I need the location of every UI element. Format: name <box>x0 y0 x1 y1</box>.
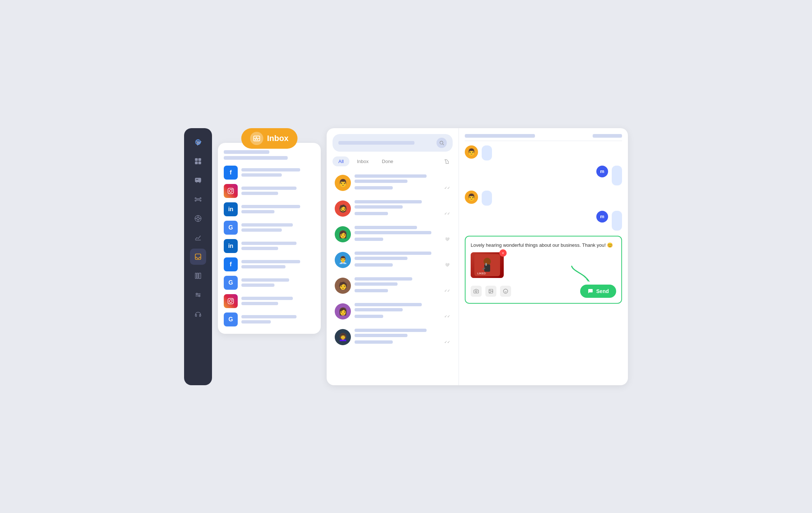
search-icon[interactable] <box>436 138 447 148</box>
main-panel: All Inbox Done 👨 <box>327 128 628 385</box>
avatar: 🧑 <box>335 278 351 294</box>
inbox-list: f <box>224 166 315 326</box>
svg-rect-34 <box>228 188 234 194</box>
integration-icon[interactable] <box>190 210 206 227</box>
avatar: 🧔 <box>335 200 351 217</box>
item-lines <box>241 223 315 232</box>
list-item[interactable] <box>224 294 315 308</box>
header-line-1 <box>224 150 269 154</box>
svg-rect-1 <box>195 158 198 161</box>
filter-tabs: All Inbox Done <box>333 156 453 167</box>
msg-avatar: 👨 <box>465 145 478 159</box>
image-icon[interactable] <box>485 286 496 297</box>
navigate-icon[interactable] <box>190 134 206 150</box>
list-item[interactable]: in <box>224 202 315 216</box>
svg-point-9 <box>195 198 196 199</box>
chat-header <box>465 134 622 141</box>
list-item[interactable]: f <box>224 166 315 180</box>
list-item[interactable]: G <box>224 276 315 290</box>
conv-item[interactable]: 👨‍💼 🤍 <box>333 249 453 271</box>
tab-all[interactable]: All <box>333 156 349 166</box>
google-icon-3: G <box>224 313 238 326</box>
dashboard-icon[interactable] <box>190 153 206 169</box>
list-item[interactable]: f <box>224 257 315 271</box>
linkedin-icon: in <box>224 202 238 216</box>
conv-meta: ✓✓ <box>355 288 450 294</box>
support-icon[interactable] <box>190 306 206 322</box>
msg-bubble <box>482 191 492 206</box>
reply-image-container: LIKED × <box>471 252 504 278</box>
conv-item[interactable]: 👩 ✓✓ <box>333 300 453 323</box>
svg-rect-27 <box>199 273 201 278</box>
reply-icons <box>471 286 511 297</box>
inbox-badge-icon <box>250 132 263 145</box>
inbox-active-icon[interactable] <box>190 249 206 265</box>
item-lines <box>241 187 315 195</box>
tab-inbox[interactable]: Inbox <box>351 156 374 166</box>
agent-avatar: m <box>596 166 608 177</box>
hub-icon[interactable] <box>190 191 206 207</box>
item-lines <box>241 168 315 177</box>
inbox-header <box>224 150 315 160</box>
conv-content: 🤍 <box>355 226 450 243</box>
library-icon[interactable] <box>190 268 206 284</box>
msg-row-incoming: 👨 <box>465 145 622 160</box>
list-item[interactable] <box>224 184 315 198</box>
conv-item[interactable]: 👩 🤍 <box>333 223 453 246</box>
item-lines <box>241 315 315 324</box>
conv-meta: ✓✓ <box>355 185 450 191</box>
conv-meta: 🤍 <box>355 236 450 243</box>
svg-rect-5 <box>195 178 201 182</box>
conv-content: ✓✓ <box>355 303 450 320</box>
send-label: Send <box>596 288 609 294</box>
inbox-badge: Inbox <box>241 128 298 149</box>
svg-rect-7 <box>196 182 197 183</box>
conv-item[interactable]: 🧔 ✓✓ <box>333 197 453 220</box>
conv-content: ✓✓ <box>355 329 450 346</box>
conv-item[interactable]: 👨 ✓✓ <box>333 171 453 194</box>
avatar: 👨 <box>335 175 351 191</box>
item-lines <box>241 278 315 287</box>
read-icon: ✓✓ <box>444 339 450 346</box>
camera-icon[interactable] <box>471 286 482 297</box>
filter-icon[interactable] <box>442 156 453 167</box>
conv-items: 👨 ✓✓ 🧔 <box>333 171 453 348</box>
list-item[interactable]: G <box>224 313 315 326</box>
msg-row-outgoing: m <box>465 166 622 185</box>
read-icon: 🤍 <box>444 236 450 243</box>
emoji-icon[interactable] <box>500 286 511 297</box>
tab-done[interactable]: Done <box>376 156 399 166</box>
msg-bubble <box>612 166 622 185</box>
svg-point-53 <box>503 289 508 293</box>
svg-rect-25 <box>195 273 197 278</box>
avatar: 👩 <box>335 226 351 242</box>
conv-content: ✓✓ <box>355 200 450 217</box>
send-button[interactable]: Send <box>580 285 616 298</box>
msg-avatar-2: 👨 <box>465 191 478 204</box>
reply-actions: Send <box>471 285 616 298</box>
svg-line-41 <box>443 144 444 145</box>
svg-rect-47 <box>485 263 487 266</box>
conv-item[interactable]: 🧑 ✓✓ <box>333 274 453 297</box>
conv-content: ✓✓ <box>355 174 450 191</box>
close-image-button[interactable]: × <box>499 249 507 257</box>
conv-item[interactable]: 👩‍🦱 ✓✓ <box>333 326 453 348</box>
analytics-icon[interactable] <box>190 230 206 246</box>
msg-row-outgoing-2: m <box>465 211 622 231</box>
conv-meta: 🤍 <box>355 262 450 268</box>
search-input[interactable] <box>338 141 414 145</box>
conv-meta: ✓✓ <box>355 210 450 217</box>
chat-header-line-2 <box>593 134 622 138</box>
settings-icon[interactable] <box>190 287 206 303</box>
svg-point-36 <box>232 189 233 189</box>
list-item[interactable]: in <box>224 239 315 253</box>
google-icon: G <box>224 221 238 235</box>
svg-line-15 <box>196 199 197 200</box>
list-item[interactable]: G <box>224 221 315 235</box>
messages-icon[interactable] <box>190 172 206 188</box>
svg-rect-37 <box>228 298 234 304</box>
conv-meta: ✓✓ <box>355 339 450 346</box>
header-line-2 <box>224 156 288 160</box>
read-icon: ✓✓ <box>444 288 450 294</box>
search-bar[interactable] <box>333 134 453 152</box>
